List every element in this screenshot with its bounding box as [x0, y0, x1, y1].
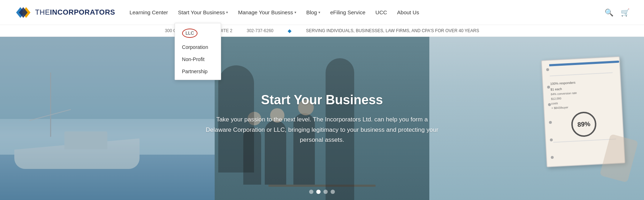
search-icon: 🔍: [605, 9, 614, 16]
slide-dot-3[interactable]: [323, 190, 328, 194]
hero-title: Start Your Business: [204, 92, 440, 108]
nav-manage-business[interactable]: Manage Your Business ▾: [238, 9, 296, 15]
cart-button[interactable]: 🛒: [621, 8, 630, 17]
main-nav: Learning Center Start Your Business ▾ LL…: [130, 9, 605, 15]
search-button[interactable]: 🔍: [605, 8, 614, 17]
info-bar: 300 CREEK VIEW ROAD, SUITE 2 302-737-626…: [0, 25, 644, 37]
nav-efiling[interactable]: eFiling Service: [330, 9, 365, 15]
nav-learning-center[interactable]: Learning Center: [130, 9, 168, 15]
slide-dot-2[interactable]: [316, 190, 321, 194]
hero-section: 100% responders $1 each 84% conversion r…: [0, 37, 644, 200]
logo-link[interactable]: THEINCORPORATORS: [14, 4, 115, 21]
hero-panel-notebook: 100% responders $1 each 84% conversion r…: [429, 37, 644, 200]
cart-icon: 🛒: [621, 9, 630, 16]
logo-text: THEINCORPORATORS: [35, 8, 115, 16]
slide-dot-1[interactable]: [309, 190, 313, 194]
hero-subtitle: Take your passion to the next level. The…: [204, 115, 440, 146]
nav-blog[interactable]: Blog ▾: [306, 9, 320, 15]
site-header: THEINCORPORATORS Learning Center Start Y…: [0, 0, 644, 25]
chevron-down-icon: ▾: [226, 10, 228, 14]
hero-content: Start Your Business Take your passion to…: [197, 85, 447, 153]
llc-circled-label: LLC: [182, 29, 198, 38]
dropdown-item-corporation[interactable]: Corporation: [175, 41, 221, 53]
dropdown-item-llc[interactable]: LLC: [175, 25, 221, 41]
chevron-down-icon-3: ▾: [318, 10, 320, 14]
start-business-dropdown: LLC Corporation Non-Profit Partnership: [175, 23, 221, 80]
nav-about-us[interactable]: About Us: [397, 9, 419, 15]
slideshow-dots: [309, 190, 335, 194]
phone-text: 302-737-6260: [247, 28, 274, 33]
header-icons: 🔍 🛒: [605, 8, 630, 17]
diamond-icon: ◆: [288, 28, 292, 34]
dropdown-item-partnership[interactable]: Partnership: [175, 65, 221, 78]
dropdown-item-nonprofit[interactable]: Non-Profit: [175, 53, 221, 65]
nav-ucc[interactable]: UCC: [375, 9, 387, 15]
chevron-down-icon-2: ▾: [294, 10, 296, 14]
nav-start-business[interactable]: Start Your Business ▾ LLC Corporation No…: [178, 9, 228, 15]
logo-icon: [14, 4, 32, 21]
serving-text: SERVING INDIVIDUALS, BUSINESSES, LAW FIR…: [306, 28, 479, 33]
slide-dot-4[interactable]: [331, 190, 335, 194]
